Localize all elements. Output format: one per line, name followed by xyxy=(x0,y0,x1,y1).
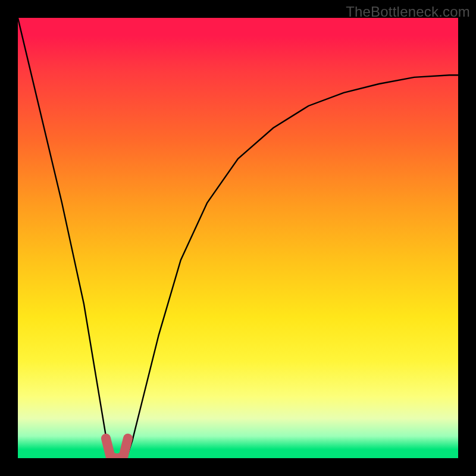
watermark-text: TheBottleneck.com xyxy=(346,4,470,20)
chart-svg xyxy=(18,18,458,458)
optimal-marker-path xyxy=(106,439,128,458)
plot-area xyxy=(18,18,458,458)
chart-frame: TheBottleneck.com xyxy=(0,0,476,476)
bottleneck-curve-path xyxy=(18,18,458,458)
